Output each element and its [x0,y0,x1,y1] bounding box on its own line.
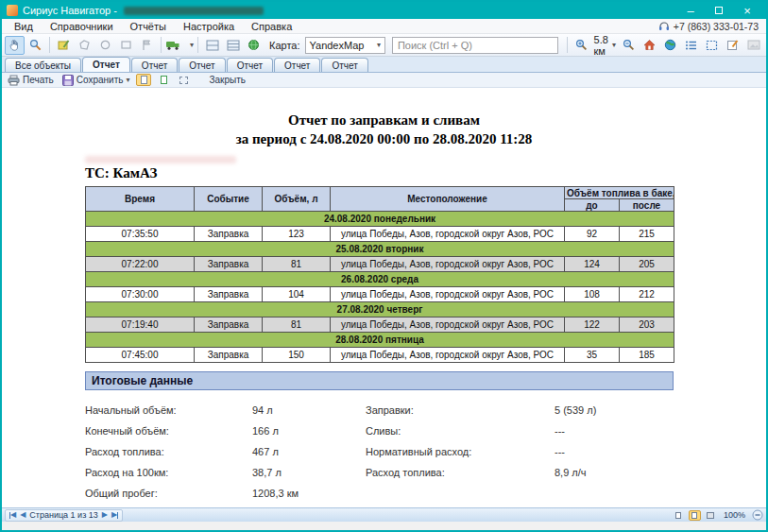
maximize-button[interactable] [705,3,733,18]
selection-area-button[interactable] [702,36,722,55]
split-horizontal-button[interactable] [202,36,222,55]
table-row: 07:19:40Заправка81улица Победы, Азов, го… [86,317,674,333]
summary-item: Сливы:--- [366,420,674,441]
circle-icon [99,39,111,51]
minimize-button[interactable]: – [676,3,705,18]
edit-map-button[interactable] [54,36,74,55]
edit-note-button[interactable] [723,36,742,55]
summary-item: Нормативный расход:--- [366,441,674,462]
rectangle-tool-button[interactable] [116,36,136,55]
summary-grid: Начальный объём:94 лКонечный объём:166 л… [85,400,674,504]
map-provider-dropdown[interactable]: YandexMap ▾ [305,37,385,54]
toolbar-separator [161,37,162,53]
menu-spravochniki[interactable]: Справочники [42,21,122,32]
search-input[interactable] [392,37,558,54]
circle-tool-button[interactable] [95,36,115,55]
home-icon [643,39,656,51]
menu-nastroyka[interactable]: Настройка [175,21,243,32]
toolbar-separator [49,37,50,53]
view-single-page-button[interactable] [136,74,151,86]
home-view-button[interactable] [640,36,659,55]
first-page-button[interactable]: ◀ [9,511,16,519]
layout-single-button[interactable] [673,510,685,521]
print-label: Печать [23,75,54,85]
zoom-tool-button[interactable] [26,36,45,55]
flag-icon [141,39,153,51]
redacted-vehicle-text [85,156,236,163]
toolbar-separator [567,37,568,53]
summary-item: Начальный объём:94 л [85,400,366,420]
summary-item: Общий пробег:1208,3 км [85,483,366,504]
day-band-row: 26.08.2020 среда [86,272,674,287]
report-page: Отчет по заправкам и сливам за период с … [2,88,766,507]
close-button[interactable]: × [733,3,761,18]
show-map-button[interactable] [660,36,680,55]
col-event: Событие [195,187,263,212]
split-vertical-button[interactable] [223,36,243,55]
map-select-label: Карта: [269,40,300,51]
tab-bar: Все объектыОтчетОтчетОтчетОтчетОтчетОтче… [2,57,766,73]
zoom-in-icon [575,39,588,51]
pages-icon [707,512,714,519]
status-bar: ◀ ◀ Страница 1 из 13 ▶ ▶ 100% [2,507,766,522]
map-provider-value: YandexMap [310,40,365,51]
polygon-tool-button[interactable] [75,36,94,55]
window-controls: – × [676,3,761,18]
floppy-icon [62,75,74,86]
report-table-body: 24.08.2020 понедельник07:35:50Заправка12… [86,212,674,363]
day-band-row: 24.08.2020 понедельник [86,212,674,227]
redacted-title-text [124,7,264,15]
day-band-row: 27.08.2020 четверг [86,302,674,317]
tab-6[interactable]: Отчет [321,58,367,72]
panel-rows-icon [227,40,240,51]
previous-page-button[interactable]: ◀ [20,511,26,519]
vehicle-tracking-button[interactable]: ▾ [165,36,194,55]
menu-otchety[interactable]: Отчёты [122,21,175,32]
col-time: Время [86,187,195,212]
map-scale-dropdown[interactable]: 5.8 км ▾ [592,34,618,57]
menu-bar: Вид Справочники Отчёты Настройка Справка… [2,19,766,34]
tab-3[interactable]: Отчет [179,58,225,72]
tab-2[interactable]: Отчет [131,58,178,72]
zoom-out-circle-icon[interactable] [752,509,763,521]
fit-to-window-button[interactable] [176,74,191,86]
geo-zones-button[interactable] [244,36,264,55]
polygon-icon [78,39,91,51]
menu-spravka[interactable]: Справка [243,21,300,32]
print-button[interactable]: Печать [6,75,56,86]
col-fuel-before: до [565,199,620,212]
summary-item: Конечный объём:166 л [85,420,366,441]
flag-tool-button[interactable] [137,36,157,55]
app-icon [7,5,18,16]
globe-icon [664,39,676,51]
tab-5[interactable]: Отчет [274,58,320,72]
tab-1[interactable]: Отчет [82,57,130,72]
title-bar: Сириус Навигатор - – × [2,2,766,19]
page-icon [161,76,167,84]
layout-fit-button[interactable] [689,510,701,521]
tab-0[interactable]: Все объекты [5,58,81,72]
save-button[interactable]: Сохранить ▾ [60,75,132,86]
report-title-line1: Отчет по заправкам и сливам [2,111,766,129]
close-report-button[interactable]: Закрыть [209,75,246,85]
next-page-button[interactable]: ▶ [102,511,108,519]
list-icon [685,40,697,51]
report-toolbar: Печать Сохранить ▾ Закрыть [2,73,766,88]
rectangle-icon [120,39,132,51]
status-right-controls: 100% [673,509,763,521]
zoom-out-button[interactable] [619,36,639,55]
summary-item: Расход топлива:467 л [85,441,366,462]
last-page-button[interactable]: ▶ [111,511,118,519]
table-row: 07:45:00Заправка150улица Победы, Азов, г… [86,348,674,363]
pan-hand-button[interactable] [5,36,25,55]
tab-4[interactable]: Отчет [227,58,273,72]
col-fuel-after: после [620,199,674,212]
screenshot-button[interactable] [743,36,763,55]
fuel-events-table: Время Событие Объём, л Местоположение Об… [85,186,674,363]
zoom-in-button[interactable] [572,36,591,55]
view-continuous-button[interactable] [156,74,171,86]
layout-multi-button[interactable] [705,510,717,521]
object-list-button[interactable] [681,36,701,55]
col-volume: Объём, л [263,187,331,212]
menu-vid[interactable]: Вид [6,21,42,32]
